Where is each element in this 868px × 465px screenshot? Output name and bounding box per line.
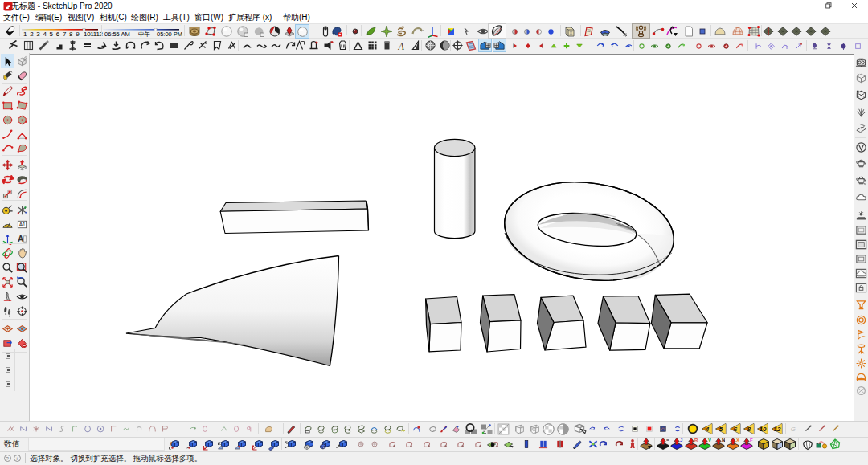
svg-text:J: J bbox=[680, 438, 682, 443]
svg-text:10: 10 bbox=[760, 426, 767, 433]
svg-text:A: A bbox=[18, 235, 24, 243]
svg-text:F: F bbox=[750, 438, 753, 443]
svg-text:V: V bbox=[708, 438, 711, 443]
svg-text:=: = bbox=[666, 438, 669, 443]
svg-text:12: 12 bbox=[773, 426, 780, 433]
svg-text:X: X bbox=[736, 438, 739, 443]
svg-text:5: 5 bbox=[719, 426, 723, 433]
svg-text:i: i bbox=[17, 456, 18, 461]
svg-text:G: G bbox=[791, 426, 796, 433]
svg-text:4: 4 bbox=[705, 426, 710, 433]
svg-text:8: 8 bbox=[747, 426, 751, 433]
svg-text:N: N bbox=[722, 438, 725, 443]
svg-text:6: 6 bbox=[733, 426, 737, 433]
svg-text:A1: A1 bbox=[19, 222, 26, 227]
svg-text:?: ? bbox=[6, 456, 10, 461]
svg-text:R: R bbox=[694, 438, 698, 443]
svg-text:A: A bbox=[398, 41, 405, 51]
